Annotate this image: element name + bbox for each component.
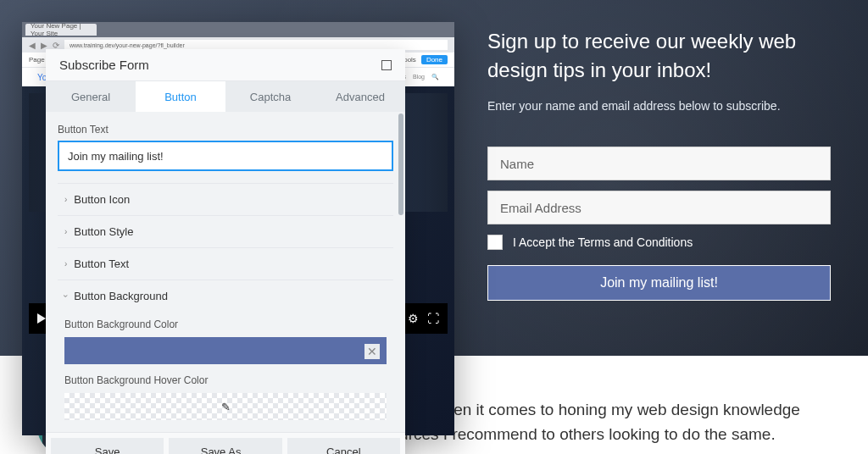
modal-tabs: General Button Captcha Advanced — [46, 81, 405, 112]
reload-icon[interactable]: ⟳ — [53, 41, 59, 50]
modal-header: Subscribe Form — [46, 49, 405, 81]
email-field[interactable]: Email Address — [487, 191, 831, 224]
signup-subtitle: Enter your name and email address below … — [487, 99, 843, 113]
modal-footer: Save Save As... Cancel — [46, 432, 405, 454]
accordion-button-style[interactable]: ›Button Style — [58, 215, 393, 247]
back-icon[interactable]: ◀ — [29, 41, 36, 50]
chevron-right-icon: › — [64, 195, 67, 204]
search-icon[interactable]: 🔍 — [431, 74, 439, 80]
chevron-right-icon: › — [64, 227, 67, 236]
tab-captcha[interactable]: Captcha — [225, 81, 315, 112]
eyedropper-icon[interactable]: ✎ — [221, 401, 231, 413]
chevron-right-icon: › — [64, 259, 67, 269]
forward-icon[interactable]: ▶ — [41, 41, 47, 50]
done-button[interactable]: Done — [421, 55, 448, 64]
play-icon[interactable] — [37, 313, 46, 324]
terms-checkbox[interactable] — [487, 235, 503, 250]
browser-tab[interactable]: Your New Page | Your Site — [25, 24, 97, 36]
nav-blog[interactable]: Blog — [413, 74, 425, 80]
join-button[interactable]: Join my mailing list! — [487, 265, 831, 301]
bg-color-swatch[interactable]: ✕ — [64, 337, 387, 364]
modal-body: Button Text ›Button Icon ›Button Style ›… — [46, 112, 405, 432]
name-field[interactable]: Name — [487, 147, 831, 180]
accordion-button-text[interactable]: ›Button Text — [58, 247, 393, 280]
save-as-button[interactable]: Save As... — [169, 438, 281, 454]
save-button[interactable]: Save — [51, 438, 164, 454]
button-text-label: Button Text — [58, 124, 393, 136]
bg-color-label: Button Background Color — [64, 318, 387, 330]
cancel-button[interactable]: Cancel — [287, 438, 400, 454]
background-section: Button Background Color ✕ Button Backgro… — [58, 312, 393, 420]
signup-panel: Sign up to receive our weekly web design… — [487, 27, 843, 301]
accordion-button-icon[interactable]: ›Button Icon — [58, 183, 393, 215]
signup-title: Sign up to receive our weekly web design… — [487, 27, 843, 84]
settings-modal: Subscribe Form General Button Captcha Ad… — [46, 49, 405, 454]
bg-hover-label: Button Background Hover Color — [64, 374, 387, 386]
tab-button[interactable]: Button — [136, 81, 225, 112]
browser-tab-strip: Your New Page | Your Site — [22, 22, 454, 37]
modal-title: Subscribe Form — [59, 58, 149, 72]
settings-icon[interactable]: ⚙ — [408, 312, 419, 325]
terms-label: I Accept the Terms and Conditions — [513, 235, 693, 249]
scrollbar[interactable] — [398, 114, 403, 215]
accordion-button-background[interactable]: ›Button Background — [58, 280, 393, 312]
tab-general[interactable]: General — [46, 81, 136, 112]
window-icon[interactable] — [381, 60, 392, 70]
chevron-down-icon: › — [61, 295, 70, 297]
tab-advanced[interactable]: Advanced — [315, 81, 405, 112]
email-placeholder: Email Address — [500, 201, 581, 215]
button-text-input[interactable] — [58, 141, 393, 171]
terms-row: I Accept the Terms and Conditions — [487, 235, 843, 250]
fullscreen-icon[interactable]: ⛶ — [427, 312, 439, 325]
clear-color-icon[interactable]: ✕ — [364, 344, 380, 359]
name-placeholder: Name — [500, 157, 534, 171]
bg-hover-swatch[interactable]: ✎ — [64, 393, 387, 420]
